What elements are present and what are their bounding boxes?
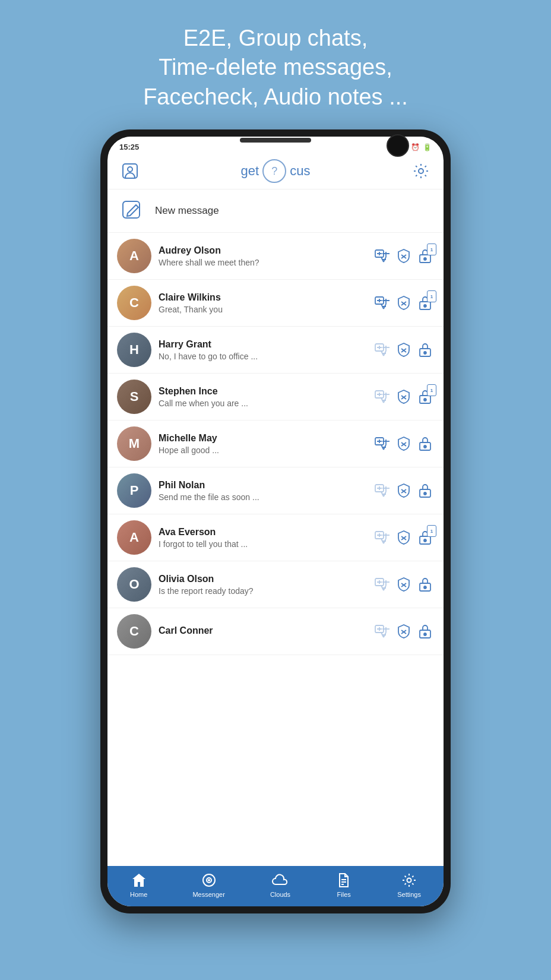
lock-icon[interactable] bbox=[416, 576, 434, 593]
chat-item[interactable]: P Phil Nolan Send me the file as soon ..… bbox=[107, 467, 444, 514]
translate-icon[interactable] bbox=[373, 482, 391, 500]
shield-x-icon[interactable] bbox=[395, 622, 413, 640]
lock-icon[interactable] bbox=[416, 622, 434, 640]
avatar: O bbox=[117, 567, 151, 602]
avatar-letter: C bbox=[117, 614, 151, 649]
translate-icon[interactable] bbox=[373, 388, 391, 406]
chat-item[interactable]: H Harry Grant No, I have to go to office… bbox=[107, 327, 444, 374]
nav-settings[interactable]: Settings bbox=[397, 872, 421, 898]
translate-icon[interactable] bbox=[373, 341, 391, 359]
compose-icon bbox=[119, 198, 145, 224]
hero-line2: Time-delete messages, bbox=[143, 53, 408, 82]
avatar: C bbox=[117, 614, 151, 649]
nav-files[interactable]: Files bbox=[335, 872, 352, 898]
hero-line1: E2E, Group chats, bbox=[143, 24, 408, 53]
new-message-row[interactable]: New message bbox=[107, 189, 444, 233]
chat-preview: Send me the file as soon ... bbox=[159, 492, 366, 502]
new-message-label: New message bbox=[155, 205, 219, 217]
translate-icon[interactable] bbox=[373, 435, 391, 453]
shield-x-icon[interactable] bbox=[395, 576, 413, 593]
chat-content: Olivia Olson Is the report ready today? bbox=[159, 574, 366, 596]
chat-preview: Where shall we meet then? bbox=[159, 258, 366, 267]
battery-icon: 🔋 bbox=[423, 143, 432, 151]
chat-content: Ava Everson I forgot to tell you that ..… bbox=[159, 527, 366, 549]
shield-x-icon[interactable] bbox=[395, 388, 413, 406]
logo-cus: cus bbox=[290, 163, 310, 179]
chat-preview: Is the report ready today? bbox=[159, 586, 366, 596]
nav-settings-icon bbox=[401, 872, 417, 889]
bottom-nav: Home Messenger Clouds bbox=[107, 866, 444, 906]
lock-icon[interactable] bbox=[416, 482, 434, 500]
shield-x-icon[interactable] bbox=[395, 435, 413, 453]
shield-x-icon[interactable] bbox=[395, 294, 413, 312]
chat-content: Phil Nolan Send me the file as soon ... bbox=[159, 480, 366, 502]
chat-item[interactable]: A Ava Everson I forgot to tell you that … bbox=[107, 514, 444, 561]
lock-icon[interactable] bbox=[416, 435, 434, 453]
chat-preview: Hope all good ... bbox=[159, 445, 366, 455]
settings-icon[interactable] bbox=[410, 160, 432, 182]
svg-point-38 bbox=[424, 445, 426, 448]
svg-point-70 bbox=[407, 878, 411, 883]
avatar: C bbox=[117, 286, 151, 320]
nav-messenger[interactable]: Messenger bbox=[192, 872, 224, 898]
nav-home[interactable]: Home bbox=[130, 872, 147, 898]
nav-settings-label: Settings bbox=[397, 891, 421, 898]
avatar: A bbox=[117, 520, 151, 555]
hero-text: E2E, Group chats, Time-delete messages, … bbox=[107, 0, 444, 129]
nav-files-label: Files bbox=[337, 891, 351, 898]
shield-x-icon[interactable] bbox=[395, 247, 413, 265]
chat-item[interactable]: C Claire Wilkins Great, Thank you 1 bbox=[107, 280, 444, 327]
translate-icon[interactable] bbox=[373, 529, 391, 546]
nav-messenger-label: Messenger bbox=[192, 891, 224, 898]
chat-actions: 1 bbox=[373, 388, 434, 406]
avatar-letter: O bbox=[117, 567, 151, 602]
shield-x-icon[interactable] bbox=[395, 482, 413, 500]
svg-point-24 bbox=[424, 352, 426, 354]
nav-clouds-label: Clouds bbox=[270, 891, 290, 898]
chat-item[interactable]: O Olivia Olson Is the report ready today… bbox=[107, 561, 444, 608]
alarm-icon: ⏰ bbox=[411, 143, 420, 151]
phone-notch bbox=[240, 138, 311, 143]
profile-icon[interactable] bbox=[119, 160, 141, 182]
chat-actions bbox=[373, 622, 434, 640]
avatar: H bbox=[117, 333, 151, 367]
nav-home-label: Home bbox=[130, 891, 147, 898]
translate-icon[interactable] bbox=[373, 576, 391, 593]
avatar-letter: A bbox=[117, 239, 151, 273]
translate-icon[interactable] bbox=[373, 294, 391, 312]
chat-actions bbox=[373, 482, 434, 500]
chat-name: Michelle May bbox=[159, 433, 366, 444]
chat-item[interactable]: M Michelle May Hope all good ... bbox=[107, 421, 444, 467]
chat-preview: Great, Thank you bbox=[159, 305, 366, 314]
shield-x-icon[interactable] bbox=[395, 341, 413, 359]
translate-icon[interactable] bbox=[373, 622, 391, 640]
chat-name: Ava Everson bbox=[159, 527, 366, 538]
nav-clouds[interactable]: Clouds bbox=[270, 872, 290, 898]
chat-actions bbox=[373, 435, 434, 453]
chat-name: Stephen Ince bbox=[159, 386, 366, 397]
messenger-icon bbox=[201, 872, 217, 889]
avatar-letter: C bbox=[117, 286, 151, 320]
phone-device: 15:25 🔇 ⏰ 🔋 get ? c bbox=[100, 129, 451, 913]
chat-item[interactable]: S Stephen Ince Call me when you are ... … bbox=[107, 374, 444, 421]
avatar: P bbox=[117, 473, 151, 508]
lock-icon[interactable] bbox=[416, 341, 434, 359]
chat-content: Carl Conner bbox=[159, 625, 366, 638]
chat-content: Audrey Olson Where shall we meet then? bbox=[159, 245, 366, 267]
shield-x-icon[interactable] bbox=[395, 529, 413, 546]
chat-name: Claire Wilkins bbox=[159, 292, 366, 303]
home-icon bbox=[131, 872, 147, 889]
avatar-letter: A bbox=[117, 520, 151, 555]
chat-item[interactable]: C Carl Conner bbox=[107, 608, 444, 655]
chat-content: Claire Wilkins Great, Thank you bbox=[159, 292, 366, 314]
svg-point-10 bbox=[424, 258, 426, 260]
chat-item[interactable]: A Audrey Olson Where shall we meet then?… bbox=[107, 233, 444, 280]
avatar: A bbox=[117, 239, 151, 273]
translate-icon[interactable] bbox=[373, 247, 391, 265]
chat-name: Phil Nolan bbox=[159, 480, 366, 491]
avatar-letter: M bbox=[117, 426, 151, 461]
files-icon bbox=[335, 872, 352, 889]
svg-point-66 bbox=[424, 633, 426, 636]
chat-actions: 1 bbox=[373, 294, 434, 312]
chat-list: A Audrey Olson Where shall we meet then?… bbox=[107, 233, 444, 866]
